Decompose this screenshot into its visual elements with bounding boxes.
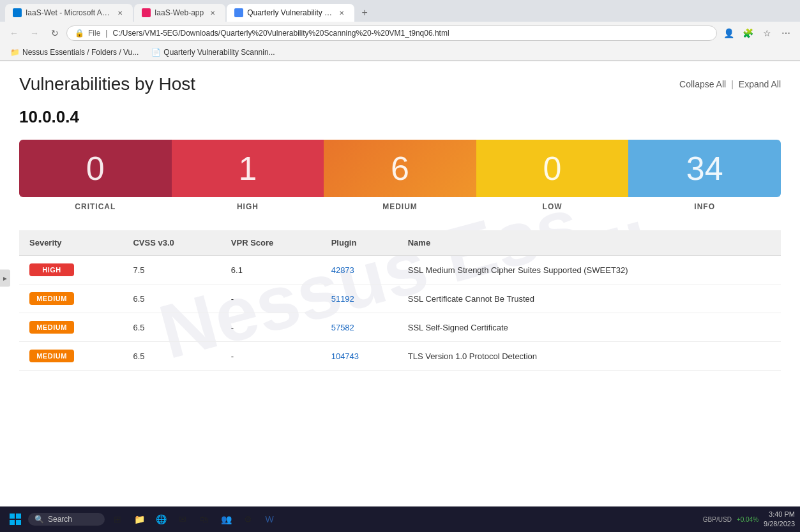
cell-severity-0: HIGH bbox=[19, 256, 123, 284]
settings-button[interactable]: ⋯ bbox=[777, 24, 795, 42]
tab-favicon-web bbox=[142, 8, 151, 17]
tab-close-azure[interactable]: ✕ bbox=[115, 8, 125, 18]
cell-name-2: SSL Self-Signed Certificate bbox=[398, 313, 781, 342]
tab-vuln[interactable]: Quarterly Vulnerability Scannin... ✕ bbox=[227, 4, 354, 22]
page-content: Nessus Ess... ► Vulnerabilities by Host … bbox=[0, 61, 800, 495]
score-high-value: 1 bbox=[238, 149, 257, 188]
expand-all-link[interactable]: Expand All bbox=[739, 79, 781, 89]
severity-badge-2: MEDIUM bbox=[29, 321, 74, 334]
plugin-link-1[interactable]: 51192 bbox=[331, 294, 354, 304]
header-divider: | bbox=[731, 79, 734, 89]
col-cvss: CVSS v3.0 bbox=[123, 230, 220, 256]
tab-title-web: IaaS-Web-app bbox=[155, 8, 204, 17]
vuln-table-body: HIGH 7.5 6.1 42873 SSL Medium Strength C… bbox=[19, 256, 781, 371]
bookmark-nessus-label: Nessus Essentials / Folders / Vu... bbox=[22, 48, 139, 57]
profile-button[interactable]: 👤 bbox=[720, 24, 737, 42]
cell-cvss-0: 7.5 bbox=[123, 256, 220, 284]
tab-favicon-azure bbox=[13, 8, 22, 17]
score-info-value: 34 bbox=[686, 149, 723, 188]
host-ip: 10.0.0.4 bbox=[19, 107, 781, 127]
table-row: MEDIUM 6.5 - 51192 SSL Certificate Canno… bbox=[19, 284, 781, 313]
cell-plugin-2[interactable]: 57582 bbox=[321, 313, 398, 342]
score-card-high: 1 HIGH bbox=[172, 140, 324, 211]
tab-close-vuln[interactable]: ✕ bbox=[336, 8, 347, 18]
vuln-table: Severity CVSS v3.0 VPR Score Plugin Name… bbox=[19, 230, 781, 371]
score-card-box-info: 34 bbox=[628, 140, 781, 197]
left-arrow[interactable]: ► bbox=[0, 270, 10, 287]
browser-chrome: IaaS-Wet - Microsoft Azure ✕ IaaS-Web-ap… bbox=[0, 0, 800, 61]
score-high-label: HIGH bbox=[237, 202, 259, 211]
score-card-critical: 0 CRITICAL bbox=[19, 140, 172, 211]
tab-web-app[interactable]: IaaS-Web-app ✕ bbox=[134, 4, 225, 22]
bookmark-nessus[interactable]: 📁 Nessus Essentials / Folders / Vu... bbox=[5, 47, 144, 58]
cell-name-0: SSL Medium Strength Cipher Suites Suppor… bbox=[398, 256, 781, 284]
header-actions: Collapse All | Expand All bbox=[679, 79, 781, 89]
cell-plugin-0[interactable]: 42873 bbox=[321, 256, 398, 284]
score-medium-label: MEDIUM bbox=[382, 202, 418, 211]
address-prefix: File bbox=[88, 29, 100, 38]
bookmark-bar: 📁 Nessus Essentials / Folders / Vu... 📄 … bbox=[0, 45, 800, 61]
severity-badge-3: MEDIUM bbox=[29, 350, 74, 362]
plugin-link-3[interactable]: 104743 bbox=[331, 351, 359, 361]
bookmark-quarterly[interactable]: 📄 Quarterly Vulnerability Scannin... bbox=[146, 47, 280, 58]
tab-close-web[interactable]: ✕ bbox=[208, 8, 218, 18]
page-header: Vulnerabilities by Host Collapse All | E… bbox=[19, 74, 781, 94]
tab-title-azure: IaaS-Wet - Microsoft Azure bbox=[26, 8, 111, 17]
table-row: MEDIUM 6.5 - 57582 SSL Self-Signed Certi… bbox=[19, 313, 781, 342]
score-card-medium: 6 MEDIUM bbox=[324, 140, 476, 211]
severity-badge-1: MEDIUM bbox=[29, 292, 74, 305]
score-medium-value: 6 bbox=[391, 149, 409, 188]
back-button[interactable]: ← bbox=[5, 24, 23, 42]
score-info-label: INFO bbox=[694, 202, 715, 211]
address-text: C:/Users/VM1-5EG/Downloads/Quarterly%20V… bbox=[112, 29, 709, 38]
col-plugin: Plugin bbox=[321, 230, 398, 256]
col-name: Name bbox=[398, 230, 781, 256]
plugin-link-0[interactable]: 42873 bbox=[331, 265, 354, 275]
favorites-button[interactable]: ☆ bbox=[758, 24, 776, 42]
vuln-table-header-row: Severity CVSS v3.0 VPR Score Plugin Name bbox=[19, 230, 781, 256]
score-low-value: 0 bbox=[543, 149, 562, 188]
score-critical-value: 0 bbox=[86, 149, 105, 188]
forward-button[interactable]: → bbox=[26, 24, 43, 42]
address-lock-icon: 🔒 bbox=[75, 29, 84, 38]
cell-severity-1: MEDIUM bbox=[19, 284, 123, 313]
cell-vpr-2: - bbox=[221, 313, 321, 342]
cell-severity-2: MEDIUM bbox=[19, 313, 123, 342]
reload-button[interactable]: ↻ bbox=[46, 24, 64, 42]
vuln-table-header: Severity CVSS v3.0 VPR Score Plugin Name bbox=[19, 230, 781, 256]
collapse-all-link[interactable]: Collapse All bbox=[679, 79, 726, 89]
col-severity: Severity bbox=[19, 230, 123, 256]
cell-plugin-3[interactable]: 104743 bbox=[321, 342, 398, 371]
cell-name-1: SSL Certificate Cannot Be Trusted bbox=[398, 284, 781, 313]
score-low-label: LOW bbox=[543, 202, 562, 211]
cell-vpr-3: - bbox=[221, 342, 321, 371]
table-row: HIGH 7.5 6.1 42873 SSL Medium Strength C… bbox=[19, 256, 781, 284]
tab-title-vuln: Quarterly Vulnerability Scannin... bbox=[247, 8, 333, 17]
cell-name-3: TLS Version 1.0 Protocol Detection bbox=[398, 342, 781, 371]
col-vpr: VPR Score bbox=[221, 230, 321, 256]
address-bar[interactable]: 🔒 File | C:/Users/VM1-5EG/Downloads/Quar… bbox=[66, 26, 717, 41]
bookmark-nessus-icon: 📁 bbox=[10, 48, 20, 57]
table-row: MEDIUM 6.5 - 104743 TLS Version 1.0 Prot… bbox=[19, 342, 781, 371]
tab-bar: IaaS-Wet - Microsoft Azure ✕ IaaS-Web-ap… bbox=[0, 0, 800, 22]
score-card-low: 0 LOW bbox=[476, 140, 629, 211]
vuln-table-wrapper: Severity CVSS v3.0 VPR Score Plugin Name… bbox=[19, 230, 781, 371]
score-card-box-low: 0 bbox=[476, 140, 629, 197]
score-card-info: 34 INFO bbox=[628, 140, 781, 211]
cell-severity-3: MEDIUM bbox=[19, 342, 123, 371]
cell-vpr-0: 6.1 bbox=[221, 256, 321, 284]
browser-actions: 👤 🧩 ☆ ⋯ bbox=[720, 24, 795, 42]
cell-plugin-1[interactable]: 51192 bbox=[321, 284, 398, 313]
tab-azure[interactable]: IaaS-Wet - Microsoft Azure ✕ bbox=[5, 4, 133, 22]
score-card-box-critical: 0 bbox=[19, 140, 172, 197]
cell-vpr-1: - bbox=[221, 284, 321, 313]
extensions-button[interactable]: 🧩 bbox=[739, 24, 757, 42]
score-cards: 0 CRITICAL 1 HIGH 6 MEDIUM 0 LOW bbox=[19, 140, 781, 211]
cell-cvss-1: 6.5 bbox=[123, 284, 220, 313]
address-bar-row: ← → ↻ 🔒 File | C:/Users/VM1-5EG/Download… bbox=[0, 22, 800, 45]
bookmark-quarterly-label: Quarterly Vulnerability Scannin... bbox=[163, 48, 275, 57]
page-title: Vulnerabilities by Host bbox=[19, 74, 195, 94]
cell-cvss-3: 6.5 bbox=[123, 342, 220, 371]
new-tab-button[interactable]: + bbox=[356, 4, 374, 22]
plugin-link-2[interactable]: 57582 bbox=[331, 323, 354, 332]
